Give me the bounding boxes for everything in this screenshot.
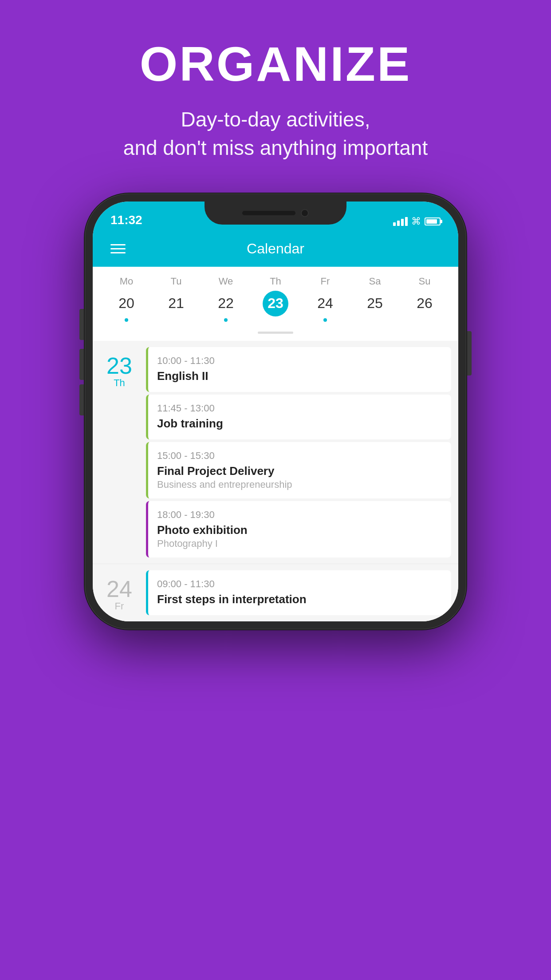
- week-indicator-bar: [258, 332, 293, 334]
- wifi-icon: ⌘: [411, 216, 421, 227]
- day-col-we[interactable]: We 22: [204, 276, 248, 322]
- signal-bar-4: [405, 217, 408, 226]
- events-column-24: 09:00 - 11:30 First steps in interpretat…: [146, 564, 458, 621]
- page-background: ORGANIZE Day-to-day activities, and don'…: [0, 0, 551, 980]
- event-title-english: English II: [157, 369, 442, 383]
- event-card-job-training[interactable]: 11:45 - 13:00 Job training: [146, 395, 451, 439]
- event-title-photo-exhibition: Photo exhibition: [157, 523, 442, 537]
- hamburger-menu-button[interactable]: [110, 244, 126, 253]
- day-col-mo[interactable]: Mo 20: [104, 276, 149, 322]
- status-time: 11:32: [110, 202, 142, 227]
- page-header: ORGANIZE Day-to-day activities, and don'…: [0, 0, 551, 180]
- day-num-26[interactable]: 26: [412, 291, 437, 316]
- phone-notch: [205, 202, 346, 225]
- event-time-project-delivery: 15:00 - 15:30: [157, 450, 442, 462]
- week-calendar[interactable]: Mo 20 Tu 21 We 22: [93, 267, 458, 341]
- day-label-23: 23 Th: [93, 341, 146, 564]
- day-col-tu[interactable]: Tu 21: [154, 276, 198, 322]
- event-card-english[interactable]: 10:00 - 11:30 English II: [146, 347, 451, 392]
- speaker: [242, 211, 295, 215]
- day-name-tu: Tu: [171, 276, 182, 287]
- day-col-sa[interactable]: Sa 25: [353, 276, 397, 322]
- event-time-photo-exhibition: 18:00 - 19:30: [157, 509, 442, 521]
- event-time-interpretation: 09:00 - 11:30: [157, 578, 442, 590]
- day-name-su: Su: [419, 276, 431, 287]
- app-header: Calendar: [93, 233, 458, 267]
- signal-bar-3: [401, 219, 404, 226]
- phone-mockup: 11:32 ⌘: [85, 194, 466, 629]
- day-name-fr: Fr: [321, 276, 330, 287]
- page-subtitle: Day-to-day activities, and don't miss an…: [0, 105, 551, 162]
- day-col-th[interactable]: Th 23: [253, 276, 298, 322]
- event-title-project-delivery: Final Project Delivery: [157, 464, 442, 478]
- battery-fill: [426, 219, 437, 224]
- day-label-name-23: Th: [114, 377, 125, 389]
- day-num-25[interactable]: 25: [362, 291, 388, 316]
- event-title-interpretation: First steps in interpretation: [157, 593, 442, 606]
- day-label-num-23: 23: [106, 354, 132, 377]
- day-dot-20: [125, 318, 128, 322]
- page-title: ORGANIZE: [0, 36, 551, 92]
- day-name-sa: Sa: [369, 276, 381, 287]
- day-section-23: 23 Th 10:00 - 11:30 English II 11:45 - 1…: [93, 341, 458, 564]
- day-dot-22: [224, 318, 228, 322]
- event-card-photo-exhibition[interactable]: 18:00 - 19:30 Photo exhibition Photograp…: [146, 501, 451, 557]
- hamburger-line-1: [110, 244, 126, 245]
- day-num-23[interactable]: 23: [263, 291, 288, 316]
- hamburger-line-3: [110, 252, 126, 253]
- day-num-21[interactable]: 21: [163, 291, 189, 316]
- week-days-header: Mo 20 Tu 21 We 22: [102, 276, 449, 326]
- day-name-th: Th: [270, 276, 281, 287]
- day-dot-25: [373, 318, 377, 322]
- day-label-num-24: 24: [106, 577, 132, 601]
- day-col-su[interactable]: Su 26: [402, 276, 447, 322]
- event-subtitle-photo-exhibition: Photography I: [157, 538, 442, 549]
- day-dot-26: [423, 318, 426, 322]
- day-name-mo: Mo: [120, 276, 134, 287]
- day-section-24: 24 Fr 09:00 - 11:30 First steps in inter…: [93, 564, 458, 621]
- event-time-job-training: 11:45 - 13:00: [157, 403, 442, 414]
- event-card-interpretation[interactable]: 09:00 - 11:30 First steps in interpretat…: [146, 570, 451, 615]
- battery-icon: [425, 217, 441, 225]
- day-label-24: 24 Fr: [93, 564, 146, 621]
- day-dot-21: [174, 318, 178, 322]
- week-indicator: [102, 326, 449, 341]
- status-icons: ⌘: [393, 202, 441, 227]
- hamburger-line-2: [110, 248, 126, 249]
- event-subtitle-project-delivery: Business and entrepreneurship: [157, 479, 442, 490]
- day-num-22[interactable]: 22: [213, 291, 239, 316]
- events-column-23: 10:00 - 11:30 English II 11:45 - 13:00 J…: [146, 341, 458, 564]
- day-name-we: We: [219, 276, 233, 287]
- signal-bar-2: [397, 221, 400, 226]
- signal-bar-1: [393, 222, 396, 226]
- day-dot-24: [323, 318, 327, 322]
- camera: [301, 209, 309, 217]
- event-title-job-training: Job training: [157, 417, 442, 431]
- day-dot-23: [274, 318, 277, 322]
- day-num-20[interactable]: 20: [114, 291, 139, 316]
- day-label-name-24: Fr: [115, 601, 124, 612]
- day-num-24[interactable]: 24: [312, 291, 338, 316]
- day-col-fr[interactable]: Fr 24: [303, 276, 347, 322]
- event-card-project-delivery[interactable]: 15:00 - 15:30 Final Project Delivery Bus…: [146, 442, 451, 498]
- signal-icon: [393, 217, 408, 226]
- events-list: 23 Th 10:00 - 11:30 English II 11:45 - 1…: [93, 341, 458, 621]
- app-title: Calendar: [247, 241, 304, 257]
- event-time-english: 10:00 - 11:30: [157, 355, 442, 367]
